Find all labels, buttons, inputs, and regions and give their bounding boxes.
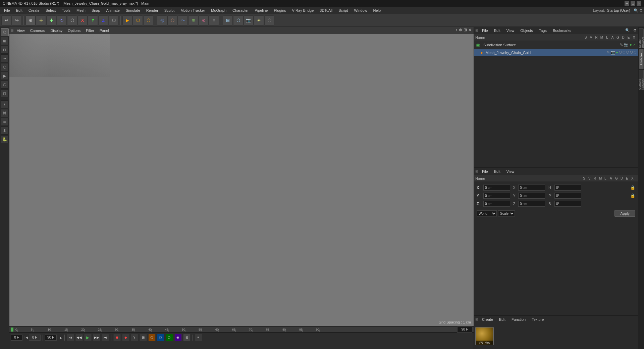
attr-lock-icon[interactable]: 🔒: [630, 185, 635, 190]
key-scale-button[interactable]: ⬡: [166, 334, 173, 341]
snap-button[interactable]: ⊞: [223, 15, 233, 26]
key-pos-button[interactable]: ⬡: [148, 334, 156, 341]
menu-sculpt[interactable]: Sculpt: [162, 8, 177, 13]
obj-mgr-file-menu[interactable]: File: [480, 28, 490, 33]
timeline-end-input[interactable]: [45, 335, 57, 341]
material-swatch-vr-mes[interactable]: VR_Mes: [475, 327, 494, 345]
tool-spline[interactable]: 〜: [1, 54, 9, 62]
close-button[interactable]: ✕: [637, 1, 641, 6]
timeline-end-frame-input[interactable]: 90 F: [457, 327, 472, 333]
attr-view-menu[interactable]: View: [504, 169, 517, 174]
timeline-current-frame[interactable]: [29, 335, 41, 341]
p-input[interactable]: [554, 193, 581, 199]
menu-select[interactable]: Select: [43, 8, 59, 13]
mesh-icon-4[interactable]: ⬡: [619, 50, 622, 55]
floor-button[interactable]: ⬡: [264, 15, 274, 26]
attr-file-menu[interactable]: File: [480, 169, 490, 174]
menu-tools[interactable]: Tools: [59, 8, 73, 13]
tool-pen[interactable]: /: [1, 100, 9, 108]
x2-position-input[interactable]: [518, 185, 545, 191]
maximize-button[interactable]: □: [631, 1, 635, 6]
tool-magnet[interactable]: ⌘: [1, 109, 9, 117]
x-position-input[interactable]: [483, 185, 510, 191]
mat-function-menu[interactable]: Function: [509, 317, 528, 322]
menu-character[interactable]: Character: [230, 8, 251, 13]
menu-file[interactable]: File: [1, 8, 13, 13]
object-row-subdivision[interactable]: ◉ Subdivision Surface ✎ 📷 ● ✓: [474, 41, 638, 49]
boolean-button[interactable]: ⬡: [167, 15, 177, 26]
render-button[interactable]: ▶: [122, 15, 132, 26]
coord-space-select[interactable]: World Object Camera: [477, 210, 497, 216]
render-active-button[interactable]: ⬡: [143, 15, 153, 26]
viewport-filter-menu[interactable]: Filter: [84, 28, 96, 33]
key-pla-button[interactable]: ⊞: [183, 334, 191, 341]
go-to-end-button[interactable]: ⏭: [102, 334, 109, 341]
spline-button[interactable]: 〜: [178, 15, 188, 26]
tool-python[interactable]: 🐍: [1, 135, 9, 143]
key-all-button[interactable]: ⊞: [140, 334, 147, 341]
z-position-input[interactable]: [483, 201, 510, 207]
menu-snap[interactable]: Snap: [89, 8, 103, 13]
browser-tab-content[interactable]: Content Browser: [639, 70, 644, 90]
obj-mgr-view-menu[interactable]: View: [504, 28, 517, 33]
viewport-panel-menu[interactable]: Panel: [98, 28, 111, 33]
menu-mesh[interactable]: Mesh: [74, 8, 88, 13]
tool-hair[interactable]: ≋: [1, 118, 9, 126]
menu-3dtoall[interactable]: 3DToAll: [317, 8, 335, 13]
select-button[interactable]: ⬡: [67, 15, 77, 26]
mat-edit-menu[interactable]: Edit: [497, 317, 507, 322]
mesh-icon-8[interactable]: ⬡: [634, 50, 637, 55]
menu-script[interactable]: Script: [336, 8, 351, 13]
play-forward-button[interactable]: ▶▶: [93, 334, 100, 341]
browser-tab-attributes[interactable]: Attributes: [639, 49, 644, 69]
obj-mgr-edit-menu[interactable]: Edit: [492, 28, 502, 33]
mesh-icon-2[interactable]: 📷: [610, 50, 615, 55]
browser-tab-scene[interactable]: Scene Browser: [639, 28, 644, 48]
play-back-button[interactable]: ◀◀: [75, 334, 83, 341]
axis-y-button[interactable]: Y: [88, 15, 98, 26]
z2-position-input[interactable]: [518, 201, 545, 207]
object-row-mesh[interactable]: ● Mesh_Jewelry_Chain_Gold ✎ 📷 ● ⬡ ⬡ ⬡ ⬡ …: [474, 49, 638, 56]
viewport-minimize-icon[interactable]: ↕: [455, 28, 458, 32]
redo-button[interactable]: ↪: [12, 15, 22, 26]
mesh-icon-5[interactable]: ⬡: [623, 50, 626, 55]
minimize-button[interactable]: ─: [625, 1, 629, 6]
mat-create-menu[interactable]: Create: [480, 317, 495, 322]
help-button[interactable]: ?: [131, 334, 138, 341]
viewport[interactable]: ⊞ View Cameras Display Options Filter Pa…: [9, 27, 474, 326]
workplane-button[interactable]: ⬡: [233, 15, 243, 26]
go-to-start-button[interactable]: ⏮: [67, 334, 74, 341]
subdiv-render-icon[interactable]: 📷: [624, 43, 629, 47]
autokey-button[interactable]: ◆: [122, 334, 129, 341]
obj-mgr-filter-icon[interactable]: ⚙: [633, 28, 637, 33]
menu-pipeline[interactable]: Pipeline: [252, 8, 270, 13]
axis-x-button[interactable]: X: [77, 15, 88, 26]
viewport-maximize-icon[interactable]: ⊞: [464, 28, 467, 32]
mat-texture-menu[interactable]: Texture: [530, 317, 546, 322]
lights-button[interactable]: ☀: [254, 15, 264, 26]
timeline-ruler-track[interactable]: 0 5 10 15 20 25 30: [15, 326, 457, 333]
array-button[interactable]: ◎: [157, 15, 167, 26]
b-input[interactable]: [554, 201, 581, 207]
scale-select[interactable]: Scale: [498, 210, 515, 216]
deformer-button[interactable]: ≋: [188, 15, 198, 26]
viewport-display-menu[interactable]: Display: [48, 28, 64, 33]
h-input[interactable]: [554, 185, 581, 191]
obj-mgr-search-icon[interactable]: 🔍: [625, 28, 630, 33]
mesh-icon-3[interactable]: ●: [616, 50, 618, 55]
tool-texture[interactable]: $: [1, 127, 9, 135]
move-button[interactable]: ✛: [36, 15, 46, 26]
key-rot-button[interactable]: ⬡: [157, 334, 164, 341]
render-region-button[interactable]: ⬡: [133, 15, 143, 26]
mesh-icon-7[interactable]: ⬡: [630, 50, 633, 55]
tool-sculpt[interactable]: ⬡: [1, 63, 9, 71]
axis-z-button[interactable]: Z: [98, 15, 108, 26]
attr-edit-menu[interactable]: Edit: [492, 169, 502, 174]
play-button[interactable]: ▶: [84, 334, 92, 341]
tool-box[interactable]: ⬡: [1, 81, 9, 89]
menu-mograph[interactable]: MoGraph: [208, 8, 229, 13]
timeline-options-button[interactable]: ≡: [195, 334, 202, 341]
menu-simulate[interactable]: Simulate: [123, 8, 143, 13]
undo-button[interactable]: ↩: [1, 15, 11, 26]
mesh-icon-6[interactable]: ⬡: [626, 50, 629, 55]
